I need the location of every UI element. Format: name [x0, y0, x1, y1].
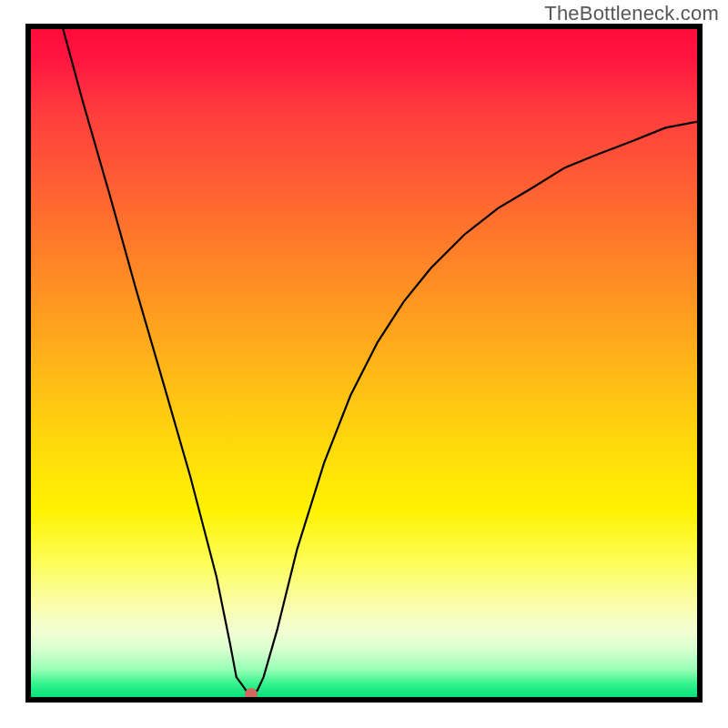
curve-layer: [29, 27, 699, 697]
plot-area: [27, 25, 701, 699]
watermark-text: TheBottleneck.com: [544, 2, 719, 25]
frame-bottom: [25, 697, 703, 703]
chart-container: TheBottleneck.com: [0, 0, 728, 728]
frame-left: [25, 25, 31, 703]
frame-right: [697, 25, 703, 703]
bottleneck-curve: [63, 27, 699, 691]
